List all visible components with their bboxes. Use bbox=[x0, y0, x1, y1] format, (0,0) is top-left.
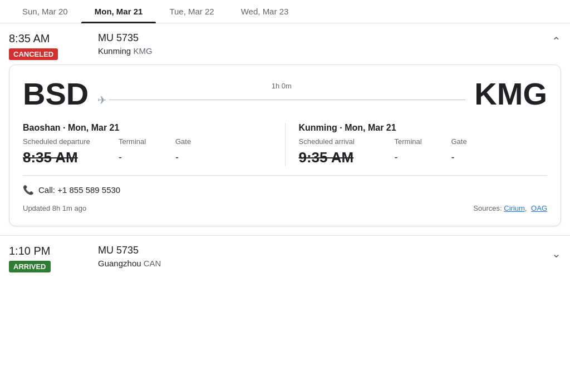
card-footer: Updated 8h 1m ago Sources: Cirium, OAG bbox=[23, 204, 547, 212]
arr-time: 9:35 AM bbox=[299, 149, 377, 166]
dep-time: 8:35 AM bbox=[23, 149, 101, 166]
flight-2-time: 1:10 PM bbox=[9, 245, 98, 257]
route-line: 1h 0m ✈ bbox=[97, 82, 465, 107]
arrival-code: KMG bbox=[474, 78, 547, 110]
flight-row-2[interactable]: 1:10 PM ARRIVED MU 5735 Guangzhou CAN ⌄ bbox=[0, 235, 570, 281]
flight-1-chevron-container: ⌃ bbox=[539, 32, 561, 48]
route-duration: 1h 0m bbox=[272, 82, 292, 90]
dep-terminal-value: - bbox=[119, 152, 158, 163]
tab-sun-mar20[interactable]: Sun, Mar 20 bbox=[9, 0, 81, 23]
arr-gate-value: - bbox=[451, 152, 474, 163]
arrival-col: Kunming · Mon, Mar 21 Scheduled arrival … bbox=[286, 123, 548, 166]
sources-label: Sources: bbox=[473, 204, 502, 212]
dep-terminal-label: Terminal bbox=[119, 137, 158, 146]
flight-2-time-status: 1:10 PM ARRIVED bbox=[9, 245, 98, 272]
flight-1-time: 8:35 AM bbox=[9, 32, 98, 45]
line-bar bbox=[109, 100, 465, 100]
flight-2-chevron-container: ⌄ bbox=[539, 245, 561, 260]
flight-1-status-badge: CANCELED bbox=[9, 48, 58, 60]
chevron-up-icon: ⌃ bbox=[552, 34, 561, 48]
card-divider bbox=[23, 175, 547, 176]
arr-gate-label: Gate bbox=[451, 137, 474, 146]
route-line-bar: ✈ bbox=[97, 93, 465, 107]
route-display: BSD 1h 0m ✈ KMG bbox=[23, 78, 547, 110]
arr-scheduled-label: Scheduled arrival bbox=[299, 137, 377, 146]
call-label: Call: +1 855 589 5530 bbox=[38, 185, 120, 195]
departure-city: Baoshan · Mon, Mar 21 bbox=[23, 123, 272, 133]
call-section[interactable]: 📞 Call: +1 855 589 5530 bbox=[23, 185, 547, 195]
flight-details: Baoshan · Mon, Mar 21 Scheduled departur… bbox=[23, 123, 547, 166]
arrival-labels: Scheduled arrival Terminal Gate bbox=[299, 137, 548, 146]
tab-tue-mar22[interactable]: Tue, Mar 22 bbox=[156, 0, 227, 23]
flight-1-route: Kunming KMG bbox=[98, 46, 539, 56]
dep-gate-label: Gate bbox=[175, 137, 198, 146]
departure-col: Baoshan · Mon, Mar 21 Scheduled departur… bbox=[23, 123, 286, 166]
departure-code: BSD bbox=[23, 78, 89, 110]
flight-row-1[interactable]: 8:35 AM CANCELED MU 5735 Kunming KMG ⌃ bbox=[0, 23, 570, 64]
flight-2-status-badge: ARRIVED bbox=[9, 261, 51, 272]
dep-scheduled-label: Scheduled departure bbox=[23, 137, 101, 146]
dep-gate-value: - bbox=[175, 152, 198, 163]
flight-2-info: MU 5735 Guangzhou CAN bbox=[98, 245, 539, 268]
arr-terminal-value: - bbox=[395, 152, 434, 163]
flight-2-number: MU 5735 bbox=[98, 245, 539, 256]
phone-icon: 📞 bbox=[23, 185, 34, 195]
departure-labels: Scheduled departure Terminal Gate bbox=[23, 137, 272, 146]
tab-wed-mar23[interactable]: Wed, Mar 23 bbox=[228, 0, 302, 23]
arrival-values: 9:35 AM - - bbox=[299, 149, 548, 166]
flight-1-card: BSD 1h 0m ✈ KMG Baoshan · Mon, Mar 21 Sc… bbox=[9, 64, 561, 226]
updated-time: Updated 8h 1m ago bbox=[23, 204, 86, 212]
tab-mon-mar21[interactable]: Mon, Mar 21 bbox=[81, 0, 156, 23]
date-tabs: Sun, Mar 20 Mon, Mar 21 Tue, Mar 22 Wed,… bbox=[0, 0, 570, 23]
flight-1-info: MU 5735 Kunming KMG bbox=[98, 32, 539, 56]
arr-terminal-label: Terminal bbox=[395, 137, 434, 146]
arrival-city: Kunming · Mon, Mar 21 bbox=[299, 123, 548, 133]
flight-1-time-status: 8:35 AM CANCELED bbox=[9, 32, 98, 60]
plane-icon: ✈ bbox=[97, 93, 107, 107]
source-cirium-link[interactable]: Cirium bbox=[504, 204, 525, 212]
source-oag-link[interactable]: OAG bbox=[531, 204, 547, 212]
sources: Sources: Cirium, OAG bbox=[473, 204, 547, 212]
departure-values: 8:35 AM - - bbox=[23, 149, 272, 166]
flight-2-route: Guangzhou CAN bbox=[98, 259, 539, 268]
flight-1-number: MU 5735 bbox=[98, 32, 539, 44]
chevron-down-icon: ⌄ bbox=[552, 247, 561, 260]
